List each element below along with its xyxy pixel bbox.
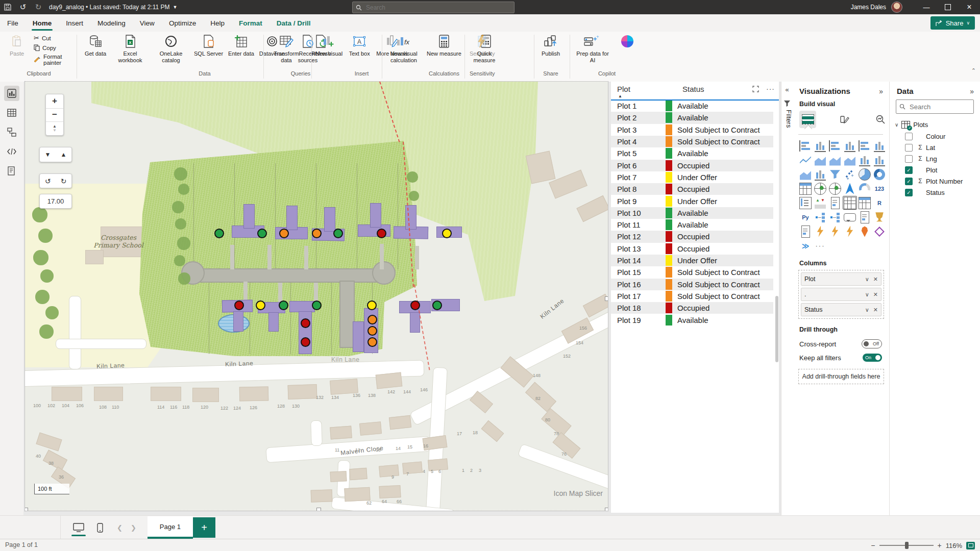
remove-field-icon[interactable]: ✕	[873, 291, 878, 298]
map-plot-marker[interactable]	[256, 300, 265, 310]
maximize-button[interactable]	[937, 0, 959, 14]
zoom-in-control[interactable]: +	[938, 541, 942, 549]
column-header-plot[interactable]: Plot	[617, 85, 630, 93]
field-plot-number[interactable]: ✓ΣPlot Number	[890, 176, 980, 187]
keep-all-filters-toggle[interactable]: On	[863, 354, 882, 362]
new-visual-calculation-button[interactable]: fxNew visual calculation	[384, 32, 424, 63]
visual-map[interactable]	[813, 182, 827, 195]
visual-clustered-bar-chart[interactable]	[828, 139, 842, 153]
page-tab[interactable]: Page 1	[148, 516, 193, 539]
field-checkbox[interactable]: ✓	[905, 178, 913, 185]
table-row[interactable]: Plot 19Available	[611, 314, 773, 325]
previous-page-arrow[interactable]: ❮	[117, 524, 122, 532]
table-view-button[interactable]	[4, 105, 19, 120]
field-checkbox[interactable]	[905, 144, 913, 152]
focus-mode-icon[interactable]	[752, 86, 759, 92]
fields-search-input[interactable]	[909, 103, 967, 111]
enter-data-button[interactable]: Enter data	[226, 32, 256, 57]
collapse-visualizations-icon[interactable]: »	[879, 87, 883, 95]
visual-table[interactable]	[843, 196, 857, 210]
column-header-status[interactable]: Status	[682, 85, 704, 93]
tilt-up-button[interactable]: ▲	[56, 151, 71, 158]
sql-server-button[interactable]: SQL Server	[192, 32, 225, 57]
map-plot-marker[interactable]	[367, 300, 377, 310]
share-button[interactable]: Share ∨	[930, 16, 975, 30]
chevron-down-icon[interactable]: ∨	[865, 307, 869, 313]
field-well[interactable]: Plot∨✕	[801, 272, 881, 286]
table-row[interactable]: Plot 5Available	[611, 147, 773, 159]
table-row[interactable]: Plot 14Under Offer	[611, 255, 773, 266]
tmdl-view-button[interactable]	[4, 163, 19, 179]
collapse-data-pane-icon[interactable]: »	[970, 87, 974, 95]
visual-icon-map-visual[interactable]	[857, 224, 872, 238]
visual-100-stacked-area-chart[interactable]	[843, 153, 857, 167]
menu-tab-format[interactable]: Format	[232, 14, 270, 32]
field-colour[interactable]: Colour	[890, 131, 980, 142]
visual-waterfall-chart[interactable]	[813, 167, 827, 181]
table-scrollbar[interactable]	[775, 296, 778, 362]
visual-decomposition-tree[interactable]	[828, 210, 842, 224]
text-box-button[interactable]: AText box	[346, 32, 373, 57]
field-plot[interactable]: ✓Plot	[890, 164, 980, 176]
visual-smart-narrative[interactable]	[857, 210, 872, 224]
table-row[interactable]: Plot 11Available	[611, 219, 773, 231]
chevron-down-icon[interactable]: ∨	[865, 276, 869, 283]
visual-slicer[interactable]	[828, 196, 842, 210]
visual-card[interactable]: 123	[872, 182, 887, 195]
visual-drill-down-visual[interactable]	[872, 224, 887, 238]
map-plot-marker[interactable]	[333, 229, 343, 238]
search-input[interactable]	[365, 4, 495, 12]
remove-field-icon[interactable]: ✕	[873, 307, 878, 313]
zoom-in-button[interactable]: +	[46, 94, 63, 109]
zoom-level-box[interactable]: 17.00	[39, 194, 72, 209]
prep-data-for-ai-button[interactable]: Prep data for AI	[573, 32, 612, 63]
save-icon[interactable]	[0, 0, 15, 14]
visual-get-more-visuals[interactable]: ···	[813, 239, 827, 253]
map-plot-marker[interactable]	[312, 300, 322, 310]
visual-python-visual[interactable]: Py	[798, 210, 813, 224]
visual-funnel-chart[interactable]	[828, 167, 842, 181]
map-plot-marker[interactable]	[368, 337, 377, 347]
dax-query-view-button[interactable]	[4, 144, 19, 159]
menu-tab-view[interactable]: View	[133, 14, 162, 32]
excel-workbook-button[interactable]: XExcel workbook	[110, 32, 150, 63]
field-checkbox[interactable]: ✓	[905, 189, 913, 196]
map-plot-marker[interactable]	[368, 326, 377, 336]
field-checkbox[interactable]	[905, 133, 913, 140]
redo-icon[interactable]: ↻	[31, 0, 46, 14]
paste-button[interactable]: Paste	[3, 32, 31, 57]
table-row[interactable]: Plot 2Available	[611, 112, 773, 123]
visual-donut-chart[interactable]	[872, 167, 887, 181]
icon-map-visual[interactable]: CrossgatesPrimary School Kiln LaneKiln L…	[25, 82, 608, 511]
analytics-tab[interactable]	[872, 111, 889, 128]
copy-button[interactable]: Copy	[32, 44, 75, 52]
map-plot-marker[interactable]	[432, 300, 442, 310]
resize-handle[interactable]	[25, 508, 28, 511]
map-plot-marker[interactable]	[368, 315, 377, 324]
zoom-out-control[interactable]: −	[871, 541, 875, 549]
cross-report-toggle[interactable]: Off	[862, 339, 882, 348]
visual-line-and-stacked-column-chart[interactable]	[857, 153, 872, 167]
map-plot-marker[interactable]	[279, 300, 288, 310]
minimize-button[interactable]: —	[916, 0, 937, 14]
model-view-button[interactable]	[4, 124, 19, 140]
map-plot-marker[interactable]	[257, 229, 267, 238]
user-name[interactable]: James Dales	[851, 4, 886, 11]
visual-power-automate-visual[interactable]	[828, 224, 842, 238]
visual-line-and-clustered-column-chart[interactable]	[872, 153, 887, 167]
visual-area-chart[interactable]	[813, 153, 827, 167]
plot-status-table-visual[interactable]: Plot ▲ Status ··· Plot 1AvailablePlot 2A…	[611, 82, 779, 513]
visual-100-stacked-column-chart[interactable]	[872, 139, 887, 153]
visual-power-apps-visual[interactable]	[813, 224, 827, 238]
report-view-button[interactable]	[4, 86, 19, 101]
zoom-slider[interactable]	[879, 545, 934, 546]
format-painter-button[interactable]: Format painter	[32, 53, 75, 66]
table-row[interactable]: Plot 4Sold Subject to Contract	[611, 136, 773, 147]
publish-button[interactable]: Publish	[537, 32, 565, 57]
title-dropdown-icon[interactable]: ▼	[173, 5, 178, 10]
table-row[interactable]: Plot 17Sold Subject to Contract	[611, 290, 773, 302]
collapse-ribbon-icon[interactable]: ⌃	[971, 67, 976, 74]
table-row[interactable]: Plot 18Occupied	[611, 302, 773, 314]
desktop-layout-button[interactable]	[70, 519, 87, 536]
visual-stacked-area-chart[interactable]	[828, 153, 842, 167]
